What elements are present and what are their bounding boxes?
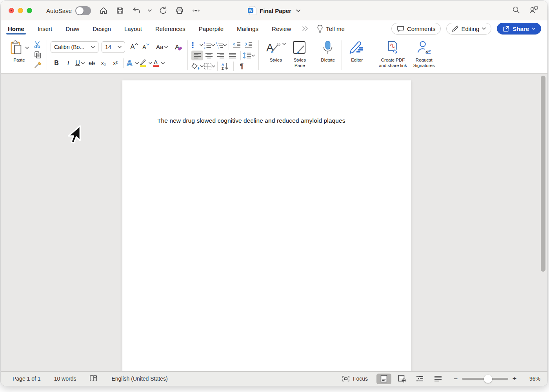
word-doc-icon: W [248,6,256,15]
editing-mode-button[interactable]: Editing [446,23,491,34]
font-name-select[interactable]: Calibri (Bo... [51,41,98,53]
tab-home[interactable]: Home [7,22,25,35]
superscript-button[interactable]: x² [109,58,121,69]
zoom-level[interactable]: 96% [523,376,540,382]
styles-button[interactable]: A Styles [262,39,289,72]
tab-mailings[interactable]: Mailings [236,22,259,35]
undo-button[interactable] [131,5,142,16]
zoom-out-button[interactable]: − [453,375,459,383]
dictate-button[interactable]: Dictate [318,39,338,72]
draft-view-button[interactable] [431,374,445,384]
print-icon[interactable] [174,5,185,16]
paragraph-group: 123 1ai [191,39,255,72]
grow-font-button[interactable]: A [128,42,140,53]
zoom-slider-thumb[interactable] [484,375,492,383]
tab-design[interactable]: Design [92,22,112,35]
underline-button[interactable]: U [74,58,86,69]
paste-button[interactable]: Paste [6,39,32,72]
change-case-button[interactable]: Aa [156,42,168,53]
paste-dropdown-chevron[interactable] [25,47,29,49]
show-paragraph-marks-button[interactable]: ¶ [236,62,247,71]
styles-group: A Styles Styles Pane [262,39,310,72]
comments-button[interactable]: Comments [391,23,441,34]
font-size-select[interactable]: 14 [102,41,125,53]
document-text[interactable]: The new drug slowed cognitive decline an… [157,117,345,124]
tab-insert[interactable]: Insert [37,22,53,35]
borders-button[interactable] [204,62,215,71]
tab-paperpile[interactable]: Paperpile [198,22,224,35]
tab-review[interactable]: Review [271,22,292,35]
paste-icon [9,40,24,55]
editor-button[interactable]: Editor [345,39,368,72]
pencil-icon [452,25,458,32]
chevron-down-icon [200,44,203,46]
numbering-button[interactable]: 123 [203,40,215,50]
align-center-button[interactable] [203,51,215,60]
tab-layout[interactable]: Layout [124,22,143,35]
focus-button[interactable]: Focus [342,376,368,382]
language-indicator[interactable]: English (United States) [111,376,167,382]
close-button[interactable] [9,8,14,13]
multilevel-list-button[interactable]: 1ai [215,40,227,50]
home-icon[interactable] [98,5,109,16]
vertical-scrollbar[interactable] [541,76,545,272]
chevron-down-icon [200,65,204,67]
fullscreen-button[interactable] [27,8,32,13]
sort-button[interactable]: AZ [220,62,231,71]
zoom-slider[interactable] [462,378,508,380]
web-layout-view-button[interactable] [394,374,409,384]
document-page[interactable]: The new drug slowed cognitive decline an… [122,80,411,371]
more-options-icon[interactable] [191,5,202,16]
create-pdf-share-link-button[interactable]: Create PDF and share link [376,39,410,72]
share-button[interactable]: Share [497,23,541,34]
copy-button[interactable] [32,50,43,60]
undo-dropdown-chevron[interactable] [147,5,152,16]
tell-me[interactable]: Tell me [317,25,345,33]
redo-button[interactable] [158,5,169,16]
minimize-button[interactable] [18,8,23,13]
request-signatures-button[interactable]: Request Signatures [410,39,438,72]
print-layout-view-button[interactable] [376,374,391,384]
title-chevron-icon[interactable] [296,9,300,12]
align-left-button[interactable] [191,51,203,60]
bold-button[interactable]: B [51,58,62,69]
chevron-down-icon [118,46,122,48]
italic-button[interactable]: I [62,58,74,69]
format-painter-button[interactable] [32,60,43,70]
autosave-toggle[interactable] [75,6,91,15]
search-icon[interactable] [512,5,520,16]
outline-view-button[interactable] [413,374,427,384]
text-effects-button[interactable]: A [125,58,139,69]
svg-text:Z: Z [222,67,224,70]
proofing-icon[interactable] [89,375,98,383]
font-color-button[interactable]: A [152,58,165,69]
save-icon[interactable] [115,5,125,16]
justify-button[interactable] [227,51,238,60]
cut-button[interactable] [32,40,43,49]
align-right-button[interactable] [215,51,227,60]
shading-button[interactable] [191,62,204,71]
styles-pane-button[interactable]: Styles Pane [289,39,310,72]
word-count[interactable]: 10 words [54,376,76,382]
tab-draw[interactable]: Draw [65,22,80,35]
svg-text:A: A [154,59,158,65]
send-feedback-icon[interactable] [529,5,539,16]
document-title[interactable]: W Final Paper [248,6,300,15]
chevron-down-icon [91,46,95,48]
lightbulb-icon [317,25,323,33]
strikethrough-button[interactable]: ab [86,58,98,69]
document-canvas[interactable]: The new drug slowed cognitive decline an… [1,74,547,371]
tab-overflow-icon[interactable] [302,25,309,32]
clear-formatting-button[interactable]: A [172,42,184,53]
tab-references[interactable]: References [155,22,186,35]
shrink-font-button[interactable]: A [140,42,152,53]
page-indicator[interactable]: Page 1 of 1 [13,376,41,382]
line-spacing-button[interactable] [243,51,255,60]
zoom-in-button[interactable]: + [511,375,518,383]
bullets-button[interactable] [191,40,203,50]
increase-indent-button[interactable] [243,40,255,50]
share-icon [502,25,510,32]
subscript-button[interactable]: x₂ [98,58,109,69]
highlight-color-button[interactable] [139,58,152,69]
decrease-indent-button[interactable] [231,40,243,50]
